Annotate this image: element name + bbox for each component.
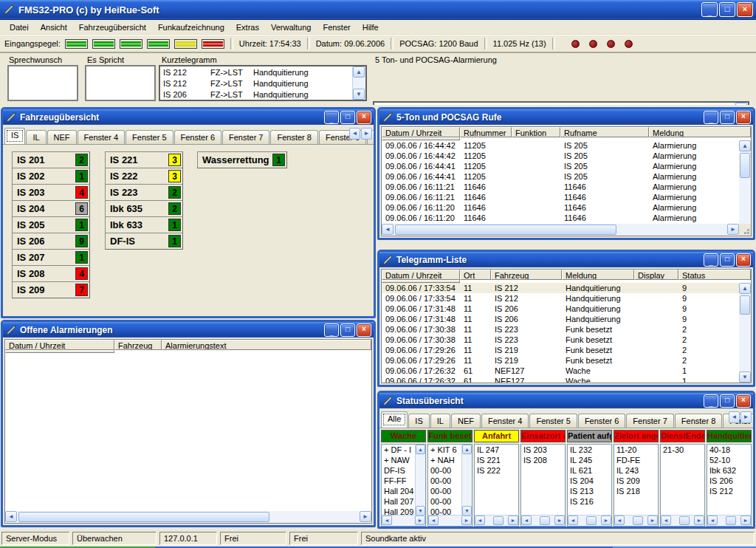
telegram-row[interactable]: IS 212FZ->LSTHandquitierung	[160, 78, 365, 89]
menu-ansicht[interactable]: Ansicht	[35, 21, 73, 33]
close-button[interactable]: ×	[736, 253, 751, 267]
status-tab-il[interactable]: IL	[430, 414, 450, 428]
column-header-status[interactable]: Status	[678, 270, 751, 280]
vertical-scrollbar[interactable]: ▲▼	[461, 445, 472, 516]
menu-datei[interactable]: Datei	[4, 21, 35, 33]
horizontal-scrollbar[interactable]: ◄►	[382, 515, 425, 526]
status-item[interactable]: IL 232	[570, 445, 611, 456]
status-item[interactable]: IL 243	[616, 466, 658, 476]
status-item[interactable]: 00-00	[430, 476, 462, 487]
telegramm-titlebar[interactable]: Telegramm-Liste _□×	[379, 252, 753, 267]
status-item[interactable]: IS 213	[570, 487, 611, 497]
status-item[interactable]: FD-FE	[616, 456, 658, 466]
scrollbar-track[interactable]	[625, 516, 647, 526]
fahrzeug-tab-nef[interactable]: NEF	[47, 130, 77, 144]
table-row[interactable]: 09.06.06 / 17:26:3261NEF127Wache1	[382, 376, 739, 383]
offene-titlebar[interactable]: Offene Alarmierungen _□×	[3, 322, 374, 338]
status-item[interactable]: IS 212	[709, 487, 751, 497]
status-item[interactable]: IS 204	[570, 476, 611, 487]
vehicle-button-is-205[interactable]: IS 2051	[12, 216, 90, 233]
tab-scroll-left-icon[interactable]: ◄	[349, 128, 360, 140]
scroll-right-icon[interactable]: ►	[461, 516, 472, 525]
status-header-zielort-ange[interactable]: Zielort ange	[614, 430, 659, 442]
scrollbar-thumb[interactable]	[740, 153, 750, 178]
horizontal-scrollbar[interactable]: ◄►	[475, 515, 518, 526]
table-row[interactable]: 09.06.06 / 16:11:201164611646Alarmierung	[382, 213, 739, 223]
vehicle-button-is-222[interactable]: IS 2223	[105, 168, 183, 185]
vehicle-button-is-208[interactable]: IS 2084	[12, 265, 90, 282]
telegram-row[interactable]: IS 212FZ->LSTHandquitierung	[160, 66, 365, 78]
close-button[interactable]: ×	[736, 111, 751, 124]
scrollbar-thumb[interactable]	[540, 516, 550, 525]
menu-hilfe[interactable]: Hilfe	[357, 21, 385, 33]
scroll-right-icon[interactable]: ►	[727, 224, 739, 235]
status-tab-fenster-4[interactable]: Fenster 4	[481, 414, 529, 428]
status-header-funk-beset[interactable]: Funk beset	[427, 430, 472, 442]
status-item[interactable]: IS 218	[616, 487, 658, 497]
column-header-meldung[interactable]: Meldung	[562, 270, 634, 280]
scrollbar-track[interactable]	[439, 516, 461, 526]
scroll-up-icon[interactable]: ▲	[353, 66, 365, 78]
scrollbar-track[interactable]	[739, 151, 751, 225]
table-row[interactable]: 09.06.06 / 17:31:4811IS 206Handquitierun…	[382, 304, 739, 314]
status-item[interactable]: 00-00	[430, 497, 462, 507]
column-header-meldung[interactable]: Meldung	[649, 127, 751, 137]
scroll-left-icon[interactable]: ◄	[661, 516, 671, 525]
status-tab-fenster-5[interactable]: Fenster 5	[529, 414, 577, 428]
status-item[interactable]: + NAW	[384, 456, 416, 466]
scrollbar-track[interactable]	[671, 516, 694, 526]
scrollbar-thumb[interactable]	[586, 516, 597, 525]
column-header-datum-uhrzeit[interactable]: Datum / Uhrzeit	[5, 340, 114, 350]
scroll-right-icon[interactable]: ►	[554, 516, 565, 525]
status-item[interactable]: DF-IS	[384, 466, 416, 476]
telegram-row[interactable]: IS 206FZ->LSTHandquitierung	[160, 89, 365, 100]
column-header-rufname[interactable]: Rufname	[560, 127, 649, 137]
scroll-up-icon[interactable]: ▲	[739, 283, 751, 294]
status-list-dienstende[interactable]: 21-30◄►	[660, 444, 705, 527]
table-row[interactable]: 09.06.06 / 16:44:4211205IS 205Alarmierun…	[382, 140, 739, 151]
vehicle-button-is-223[interactable]: IS 2232	[105, 184, 183, 201]
scrollbar-thumb[interactable]	[679, 516, 690, 525]
vehicle-button-df-is[interactable]: DF-IS1	[105, 233, 183, 250]
table-row[interactable]: 09.06.06 / 17:30:3811IS 223Funk besetzt2	[382, 335, 739, 345]
table-row[interactable]: 09.06.06 / 17:29:2611IS 219Funk besetzt2	[382, 355, 739, 366]
menu-funkaufzeichnung[interactable]: Funkaufzeichnung	[152, 21, 230, 33]
scrollbar-track[interactable]	[394, 224, 727, 236]
close-button[interactable]: ×	[357, 323, 371, 337]
status-item[interactable]: IS 222	[477, 466, 518, 476]
scrollbar-track[interactable]	[532, 516, 554, 526]
fahrzeug-tab-fenster-4[interactable]: Fenster 4	[78, 130, 125, 144]
scrollbar-track[interactable]	[739, 294, 751, 371]
fahrzeug-tab-fenster-5[interactable]: Fenster 5	[126, 130, 173, 144]
maximize-button[interactable]: □	[720, 111, 735, 124]
vertical-scrollbar[interactable]: ▲▼	[739, 140, 751, 236]
close-button[interactable]: ×	[357, 111, 371, 124]
status-list-einsatzort-a[interactable]: IS 203IS 208◄►	[520, 444, 566, 527]
status-tab-fenster-6[interactable]: Fenster 6	[578, 414, 625, 428]
table-row[interactable]: 09.06.06 / 16:44:4211205IS 205Alarmierun…	[382, 151, 739, 161]
status-list-handquitier[interactable]: 40-1852-10Ibk 632IS 206IS 212◄►	[707, 444, 752, 527]
scroll-left-icon[interactable]: ◄	[5, 511, 17, 522]
tab-scroll-left-icon[interactable]: ◄	[729, 411, 740, 423]
fahrzeug-tab-fenster-8[interactable]: Fenster 8	[270, 130, 317, 144]
horizontal-scrollbar[interactable]: ◄►	[5, 511, 371, 523]
vertical-scrollbar[interactable]: ▲▼	[739, 283, 751, 383]
tab-scroll-right-icon[interactable]: ►	[361, 128, 372, 140]
scroll-right-icon[interactable]: ►	[360, 511, 371, 522]
status-item[interactable]: IS 209	[616, 476, 658, 487]
scrollbar-track[interactable]	[485, 516, 508, 526]
menu-extras[interactable]: Extras	[230, 21, 265, 33]
horizontal-scrollbar[interactable]: ◄►	[521, 515, 565, 526]
scroll-right-icon[interactable]: ►	[740, 516, 751, 525]
vehicle-button-is-206[interactable]: IS 2069	[12, 233, 90, 250]
minimize-button[interactable]: _	[701, 2, 718, 17]
status-tab-nef[interactable]: NEF	[451, 414, 481, 428]
vehicle-button-is-221[interactable]: IS 2213	[105, 151, 183, 168]
horizontal-scrollbar[interactable]: ◄►	[661, 515, 704, 526]
status-list-wache[interactable]: + DF - I+ NAWDF-ISFF-FFHall 204Hall 207H…	[381, 444, 426, 527]
table-row[interactable]: 09.06.06 / 17:33:5411IS 212Handquitierun…	[382, 293, 739, 304]
column-header-rufnummer[interactable]: Rufnummer	[460, 127, 512, 137]
fahrzeug-tab-il[interactable]: IL	[26, 130, 46, 144]
table-row[interactable]: 09.06.06 / 17:30:3811IS 223Funk besetzt2	[382, 324, 739, 335]
rufe-titlebar[interactable]: 5-Ton und POCSAG Rufe _□×	[379, 109, 753, 125]
